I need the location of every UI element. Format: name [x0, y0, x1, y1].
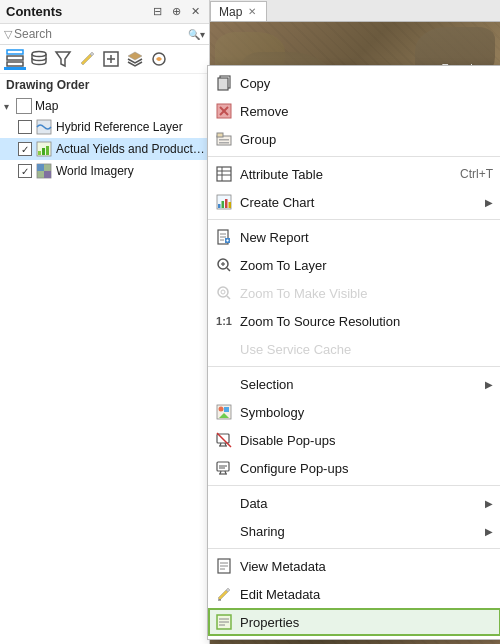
menu-item-zoom-layer[interactable]: Zoom To Layer: [208, 251, 500, 279]
zoom-layer-icon: [214, 255, 234, 275]
create-chart-icon: [214, 192, 234, 212]
layer-name-hybrid: Hybrid Reference Layer: [56, 120, 183, 134]
svg-rect-25: [219, 142, 229, 144]
menu-item-configure-popups[interactable]: Configure Pop-ups: [208, 454, 500, 482]
database-btn[interactable]: [28, 48, 50, 70]
drawing-order-btn[interactable]: [4, 48, 26, 70]
remove-icon: [214, 101, 234, 121]
pin-icon[interactable]: ⊕: [169, 4, 184, 19]
separator-3: [208, 366, 500, 367]
svg-point-48: [221, 290, 225, 294]
context-menu: Copy Remove Group: [207, 65, 500, 640]
svg-marker-4: [56, 52, 70, 66]
group-label: Group: [240, 132, 493, 147]
layer-item-map[interactable]: ▾ Map: [0, 96, 209, 116]
close-icon[interactable]: ✕: [188, 4, 203, 19]
attribute-table-label: Attribute Table: [240, 167, 440, 182]
attribute-table-icon: [214, 164, 234, 184]
view-metadata-icon: [214, 556, 234, 576]
svg-rect-13: [46, 146, 49, 155]
filter-btn[interactable]: [52, 48, 74, 70]
menu-item-create-chart[interactable]: Create Chart ▶: [208, 188, 500, 216]
menu-item-zoom-visible: Zoom To Make Visible: [208, 279, 500, 307]
search-dropdown-icon[interactable]: 🔍▾: [188, 29, 205, 40]
selection-icon: [214, 374, 234, 394]
properties-icon: [214, 612, 234, 632]
data-icon: [214, 493, 234, 513]
menu-item-remove[interactable]: Remove: [208, 97, 500, 125]
svg-line-47: [227, 296, 230, 299]
copy-icon: [214, 73, 234, 93]
svg-rect-16: [44, 171, 51, 178]
menu-item-view-metadata[interactable]: View Metadata: [208, 552, 500, 580]
remove-label: Remove: [240, 104, 493, 119]
checkbox-world[interactable]: [18, 164, 32, 178]
svg-rect-51: [224, 407, 229, 412]
layer-icon-world: [35, 162, 53, 180]
layer-name-actual: Actual Yields and Production: [56, 142, 205, 156]
data-label: Data: [240, 496, 481, 511]
map-tab[interactable]: Map ✕: [210, 1, 267, 21]
add-btn[interactable]: [100, 48, 122, 70]
drawing-order-label: Drawing Order: [0, 74, 209, 94]
symbology-label: Symbology: [240, 405, 493, 420]
menu-item-attribute-table[interactable]: Attribute Table Ctrl+T: [208, 160, 500, 188]
svg-rect-2: [7, 62, 23, 66]
filter-icon: ▽: [4, 28, 12, 41]
menu-item-copy[interactable]: Copy: [208, 69, 500, 97]
menu-item-symbology[interactable]: Symbology: [208, 398, 500, 426]
separator-1: [208, 156, 500, 157]
zoom-visible-label: Zoom To Make Visible: [240, 286, 493, 301]
menu-item-zoom-source[interactable]: 1:1 Zoom To Source Resolution: [208, 307, 500, 335]
data-arrow: ▶: [485, 498, 493, 509]
layer-icon-hybrid: [35, 118, 53, 136]
zoom-visible-icon: [214, 283, 234, 303]
layer-item-hybrid[interactable]: Hybrid Reference Layer: [0, 116, 209, 138]
menu-item-sharing[interactable]: Sharing ▶: [208, 517, 500, 545]
menu-item-disable-popups[interactable]: Disable Pop-ups: [208, 426, 500, 454]
contents-title: Contents: [6, 4, 62, 19]
layer-name-map: Map: [35, 99, 58, 113]
search-input[interactable]: [14, 27, 188, 41]
edit-btn[interactable]: [76, 48, 98, 70]
disable-popups-label: Disable Pop-ups: [240, 433, 493, 448]
edit-metadata-label: Edit Metadata: [240, 587, 493, 602]
menu-item-properties[interactable]: Properties: [208, 608, 500, 636]
svg-rect-32: [222, 201, 225, 208]
svg-rect-34: [229, 202, 232, 208]
map-tab-label: Map: [219, 5, 242, 19]
sharing-icon: [214, 521, 234, 541]
layer-item-world[interactable]: World Imagery: [0, 160, 209, 182]
menu-item-group[interactable]: Group: [208, 125, 500, 153]
zoom-source-label: Zoom To Source Resolution: [240, 314, 493, 329]
separator-5: [208, 548, 500, 549]
collapse-icon[interactable]: ⊟: [150, 4, 165, 19]
markup-btn[interactable]: [148, 48, 170, 70]
svg-point-3: [32, 52, 46, 57]
svg-line-43: [227, 268, 230, 271]
edit-metadata-icon: [214, 584, 234, 604]
header-icons: ⊟ ⊕ ✕: [150, 4, 203, 19]
expand-icon-map: ▾: [4, 101, 16, 112]
sharing-label: Sharing: [240, 524, 481, 539]
new-report-label: New Report: [240, 230, 493, 245]
menu-item-data[interactable]: Data ▶: [208, 489, 500, 517]
view-metadata-label: View Metadata: [240, 559, 493, 574]
service-cache-label: Use Service Cache: [240, 342, 493, 357]
svg-rect-31: [218, 204, 221, 208]
menu-item-new-report[interactable]: New Report: [208, 223, 500, 251]
menu-item-edit-metadata[interactable]: Edit Metadata: [208, 580, 500, 608]
separator-2: [208, 219, 500, 220]
checkbox-actual[interactable]: [18, 142, 32, 156]
map-tab-close-icon[interactable]: ✕: [248, 6, 256, 17]
configure-popups-label: Configure Pop-ups: [240, 461, 493, 476]
selection-label: Selection: [240, 377, 481, 392]
create-chart-arrow: ▶: [485, 197, 493, 208]
svg-rect-12: [42, 148, 45, 155]
checkbox-hybrid[interactable]: [18, 120, 32, 134]
properties-label: Properties: [240, 615, 493, 630]
menu-item-selection[interactable]: Selection ▶: [208, 370, 500, 398]
zoom-layer-label: Zoom To Layer: [240, 258, 493, 273]
layer-item-actual[interactable]: Actual Yields and Production: [0, 138, 209, 160]
layers-btn[interactable]: [124, 48, 146, 70]
